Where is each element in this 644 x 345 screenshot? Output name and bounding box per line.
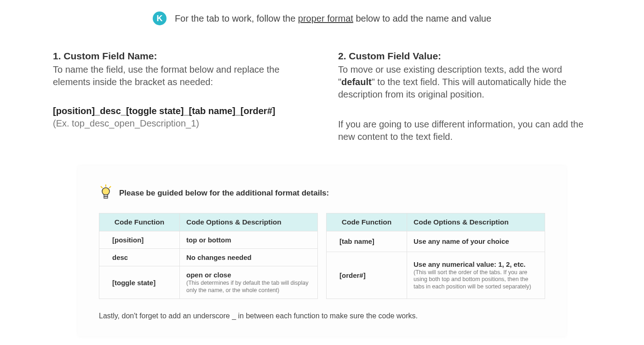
cell-desc: open or close (This determines if by def… (180, 266, 318, 299)
svg-line-1 (101, 186, 103, 188)
section1-pattern: [position]_desc_[toggle state]_[tab name… (53, 106, 306, 116)
field-instructions-row: 1. Custom Field Name: To name the field,… (53, 51, 591, 143)
svg-line-2 (109, 186, 111, 188)
k-badge-icon: K (153, 12, 167, 25)
section2-title: 2. Custom Field Value: (338, 51, 591, 62)
format-table-right: Code Function Code Options & Description… (326, 213, 545, 299)
banner-text-after: below to add the name and value (353, 13, 491, 23)
table-header-row: Code Function Code Options & Description (327, 213, 545, 231)
guide-footer-note: Lastly, don't forget to add an underscor… (99, 312, 545, 320)
section2-para1: To move or use existing description text… (338, 63, 591, 101)
cell-desc-sub: (This will sort the order of the tabs. I… (414, 269, 538, 291)
cell-fn: [order#] (327, 252, 407, 299)
cell-desc: top or bottom (180, 231, 318, 249)
instruction-banner: K For the tab to work, follow the proper… (53, 12, 591, 25)
table-row: [position] top or bottom (99, 231, 318, 249)
cell-desc-main: Use any numerical value: 1, 2, etc. (414, 260, 525, 268)
cell-desc-sub: (This determines if by default the tab w… (186, 280, 311, 294)
svg-rect-5 (104, 196, 108, 198)
cell-fn: [tab name] (327, 231, 407, 252)
cell-desc: Use any name of your choice (407, 231, 545, 252)
table-row: desc No changes needed (99, 249, 318, 266)
banner-text-before: For the tab to work, follow the (175, 13, 298, 23)
section2-para1-bold: default (341, 77, 372, 87)
guide-tables-row: Code Function Code Options & Description… (99, 213, 545, 299)
section1-example: (Ex. top_desc_open_Description_1) (53, 118, 306, 129)
cell-fn: [toggle state] (99, 266, 180, 299)
guide-header: Please be guided below for the additiona… (99, 184, 545, 202)
format-guide-card: Please be guided below for the additiona… (78, 166, 566, 336)
guide-header-text: Please be guided below for the additiona… (119, 189, 329, 198)
th-code-options: Code Options & Description (180, 213, 318, 231)
custom-field-name-section: 1. Custom Field Name: To name the field,… (53, 51, 306, 143)
svg-point-3 (102, 188, 109, 195)
lightbulb-icon (99, 184, 113, 202)
svg-rect-4 (104, 195, 108, 196)
cell-desc-main: open or close (186, 271, 231, 279)
th-code-function: Code Function (99, 213, 180, 231)
th-code-function: Code Function (327, 213, 407, 231)
section2-para1-after: " to the text field. This will automatic… (338, 77, 566, 99)
cell-fn: [position] (99, 231, 180, 249)
table-row: [toggle state] open or close (This deter… (99, 266, 318, 299)
format-table-left: Code Function Code Options & Description… (99, 213, 318, 299)
th-code-options: Code Options & Description (407, 213, 545, 231)
table-row: [order#] Use any numerical value: 1, 2, … (327, 252, 545, 299)
custom-field-value-section: 2. Custom Field Value: To move or use ex… (338, 51, 591, 143)
banner-text-underlined: proper format (298, 13, 353, 23)
cell-desc: Use any numerical value: 1, 2, etc. (Thi… (407, 252, 545, 299)
cell-desc: No changes needed (180, 249, 318, 266)
section1-title: 1. Custom Field Name: (53, 51, 306, 62)
section2-para2: If you are going to use different inform… (338, 118, 591, 143)
banner-text: For the tab to work, follow the proper f… (175, 13, 491, 24)
table-header-row: Code Function Code Options & Description (99, 213, 318, 231)
section1-intro: To name the field, use the format below … (53, 63, 306, 88)
table-row: [tab name] Use any name of your choice (327, 231, 545, 252)
cell-fn: desc (99, 249, 180, 266)
